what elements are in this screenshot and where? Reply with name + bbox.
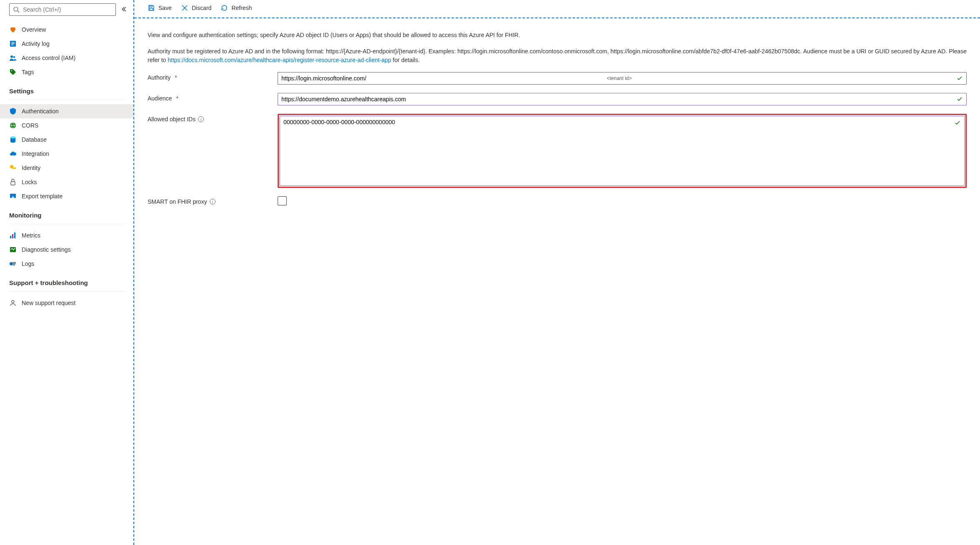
sidebar-item-label: Tags <box>22 69 34 75</box>
smart-on-fhir-checkbox[interactable] <box>278 196 287 205</box>
sidebar-item-label: Integration <box>22 150 49 157</box>
svg-point-7 <box>13 56 15 58</box>
audience-input[interactable] <box>281 94 956 104</box>
chart-icon <box>9 232 17 239</box>
sidebar-item-label: Metrics <box>22 232 40 239</box>
sidebar-item-access-control[interactable]: Access control (IAM) <box>0 51 133 65</box>
key-icon <box>9 164 17 172</box>
highlight-annotation <box>278 114 967 188</box>
required-indicator: * <box>175 74 177 81</box>
svg-point-8 <box>11 70 13 72</box>
svg-point-0 <box>14 7 18 11</box>
form-row-allowed-object-ids: Allowed object IDs i <box>148 114 967 188</box>
save-icon <box>148 4 155 12</box>
toolbar-label: Discard <box>192 5 211 11</box>
audience-label: Audience* <box>148 93 278 102</box>
sidebar-item-authentication[interactable]: Authentication <box>0 104 133 118</box>
database-icon <box>9 136 17 143</box>
info-icon[interactable]: i <box>198 116 204 122</box>
divider <box>9 100 124 100</box>
nav-support-group: New support request <box>0 293 133 312</box>
sidebar-item-label: Identity <box>22 165 40 171</box>
sidebar-item-label: Logs <box>22 260 34 267</box>
sidebar-item-label: CORS <box>22 122 38 129</box>
svg-rect-20 <box>14 232 15 238</box>
person-icon <box>9 299 17 307</box>
content-area: View and configure authentication settin… <box>134 18 980 545</box>
sidebar-item-diagnostic-settings[interactable]: Diagnostic settings <box>0 242 133 257</box>
nav-heading-monitoring: Monitoring <box>0 206 133 222</box>
nav-top-group: Overview Activity log Access control (IA… <box>0 20 133 82</box>
collapse-sidebar-button[interactable] <box>120 5 128 14</box>
toolbar-label: Refresh <box>231 5 252 11</box>
authority-input[interactable] <box>281 73 606 83</box>
svg-rect-27 <box>150 5 152 7</box>
sidebar-item-database[interactable]: Database <box>0 132 133 147</box>
sidebar-item-label: Locks <box>22 179 37 185</box>
allowed-object-ids-label: Allowed object IDs i <box>148 114 278 122</box>
sidebar-item-metrics[interactable]: Metrics <box>0 228 133 242</box>
sidebar-item-locks[interactable]: Locks <box>0 175 133 189</box>
smart-on-fhir-label: SMART on FHIR proxy i <box>148 196 278 205</box>
divider <box>9 291 124 292</box>
lock-icon <box>9 178 17 186</box>
check-icon <box>954 120 961 126</box>
cloud-icon <box>9 150 17 158</box>
description-2: Authority must be registered to Azure AD… <box>148 47 967 65</box>
svg-rect-4 <box>11 43 15 44</box>
discard-button[interactable]: Discard <box>181 2 211 13</box>
sidebar-item-label: Diagnostic settings <box>22 246 71 253</box>
svg-rect-18 <box>10 236 11 238</box>
svg-rect-25 <box>13 265 15 265</box>
allowed-object-ids-input-wrap[interactable] <box>280 116 965 186</box>
sidebar-item-integration[interactable]: Integration <box>0 147 133 161</box>
svg-rect-24 <box>13 263 16 264</box>
authority-label: Authority* <box>148 72 278 81</box>
globe-icon <box>9 122 17 129</box>
sidebar-item-overview[interactable]: Overview <box>0 22 133 37</box>
svg-rect-5 <box>11 45 13 45</box>
sidebar-item-export-template[interactable]: Export template <box>0 189 133 203</box>
svg-rect-16 <box>11 182 15 185</box>
sidebar-item-label: Authentication <box>22 108 59 115</box>
check-icon <box>956 75 963 82</box>
sidebar-item-cors[interactable]: CORS <box>0 118 133 132</box>
log-icon <box>9 40 17 48</box>
info-icon[interactable]: i <box>210 199 216 205</box>
docs-link[interactable]: https://docs.microsoft.com/azure/healthc… <box>168 57 391 63</box>
sidebar: Overview Activity log Access control (IA… <box>0 0 134 545</box>
sidebar-item-activity-log[interactable]: Activity log <box>0 37 133 51</box>
authority-input-wrap[interactable]: <tenant id> <box>278 72 967 85</box>
sidebar-item-label: New support request <box>22 300 75 306</box>
close-icon <box>181 4 188 12</box>
people-icon <box>9 54 17 62</box>
search-input[interactable] <box>20 6 112 13</box>
required-indicator: * <box>176 95 178 102</box>
sidebar-item-label: Export template <box>22 193 63 200</box>
diagnostic-icon <box>9 246 17 253</box>
svg-rect-23 <box>13 262 16 263</box>
sidebar-item-identity[interactable]: Identity <box>0 161 133 175</box>
svg-point-22 <box>10 262 13 265</box>
form-row-authority: Authority* <tenant id> <box>148 72 967 85</box>
sidebar-item-logs[interactable]: Logs <box>0 257 133 271</box>
svg-point-26 <box>12 300 14 303</box>
save-button[interactable]: Save <box>148 2 172 13</box>
export-icon <box>9 192 17 200</box>
divider <box>9 224 124 224</box>
sidebar-item-tags[interactable]: Tags <box>0 65 133 79</box>
search-box[interactable] <box>9 3 116 16</box>
svg-rect-3 <box>11 42 15 43</box>
svg-point-6 <box>10 55 13 58</box>
refresh-button[interactable]: Refresh <box>221 2 252 13</box>
sidebar-item-label: Database <box>22 136 47 143</box>
allowed-object-ids-input[interactable] <box>283 119 951 181</box>
sidebar-item-new-support-request[interactable]: New support request <box>0 296 133 310</box>
form-row-smart-proxy: SMART on FHIR proxy i <box>148 196 967 205</box>
toolbar-label: Save <box>158 5 172 11</box>
audience-input-wrap[interactable] <box>278 93 967 105</box>
tag-icon <box>9 68 17 76</box>
search-icon <box>13 6 20 13</box>
sidebar-item-label: Access control (IAM) <box>22 55 75 61</box>
sidebar-item-label: Overview <box>22 26 46 33</box>
